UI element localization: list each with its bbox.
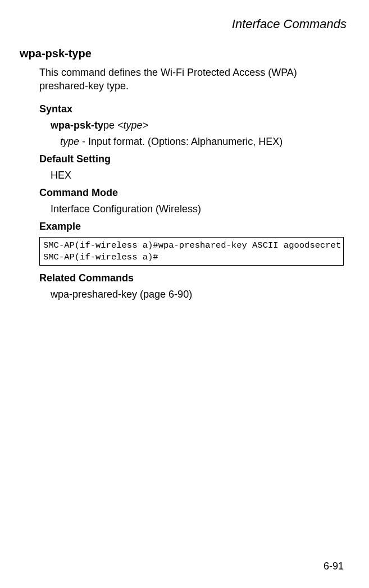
command-mode-value: Interface Configuration (Wireless)	[51, 203, 344, 215]
syntax-command-rest: pe	[103, 120, 117, 131]
command-name: wpa-psk-type	[20, 47, 344, 60]
syntax-heading: Syntax	[39, 103, 344, 115]
default-setting-value: HEX	[51, 170, 344, 181]
related-commands-value: wpa-preshared-key (page 6-90)	[51, 289, 344, 300]
default-setting-heading: Default Setting	[39, 153, 344, 165]
parameter-text: - Input format. (Options: Alphanumeric, …	[79, 136, 283, 147]
example-heading: Example	[39, 221, 344, 233]
page-number: 6-91	[324, 560, 344, 572]
syntax-command-bold: wpa-psk-ty	[51, 120, 103, 131]
example-code: SMC-AP(if-wireless a)#wpa-preshared-key …	[39, 237, 344, 266]
parameter-description: type - Input format. (Options: Alphanume…	[60, 136, 344, 148]
command-mode-heading: Command Mode	[39, 187, 344, 199]
syntax-argument: <type>	[117, 120, 148, 131]
chapter-header: Interface Commands	[20, 17, 347, 31]
command-description: This command defines the Wi-Fi Protected…	[39, 66, 344, 93]
syntax-line: wpa-psk-type <type>	[51, 120, 344, 131]
page: Interface Commands wpa-psk-type This com…	[0, 0, 369, 588]
parameter-name: type	[60, 136, 79, 147]
related-commands-heading: Related Commands	[39, 272, 344, 284]
